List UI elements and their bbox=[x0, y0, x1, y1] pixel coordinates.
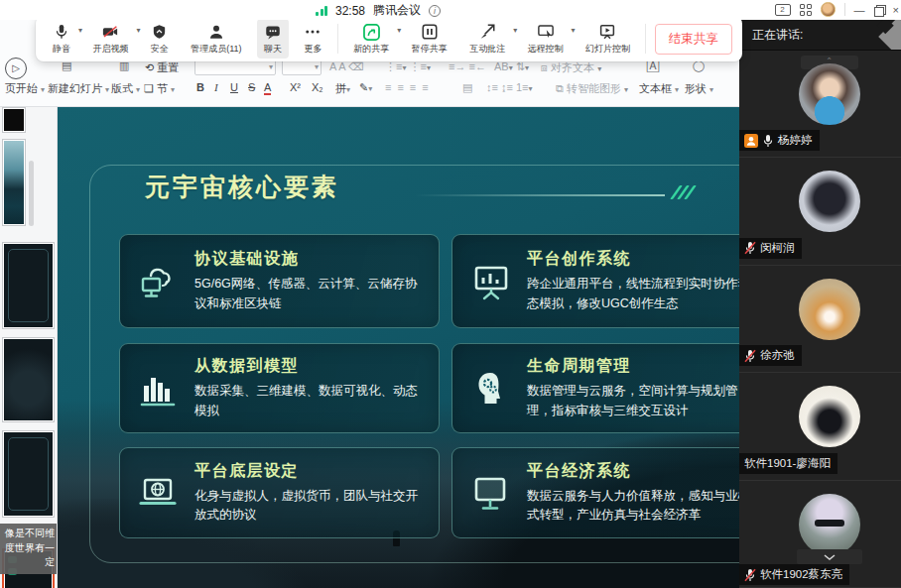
font-size-combo[interactable] bbox=[282, 59, 322, 75]
text-direction-icon[interactable]: AB▾ ⇅▾ bbox=[494, 60, 529, 73]
close-button[interactable]: × bbox=[893, 3, 899, 17]
card-platform-settings: 平台底层设定 化身与虚拟人，虚拟货币，团队与社交开放式的协议 bbox=[119, 447, 440, 538]
bullet-list-icons[interactable]: ⋮≡▾ ⋮≡▾ bbox=[385, 60, 431, 73]
card-body: 5G/6G网络、传感器、云计算、云储存协议和标准区块链 bbox=[194, 275, 423, 313]
participant-tile[interactable]: ⌃ 杨婷婷 bbox=[739, 51, 901, 158]
slide-thumbnail[interactable] bbox=[2, 139, 26, 226]
info-icon[interactable]: i bbox=[429, 5, 441, 17]
microphone-icon bbox=[53, 22, 70, 42]
underline-button[interactable]: U bbox=[230, 81, 238, 93]
corner-ribbon-icon bbox=[878, 20, 901, 51]
meeting-status-bar: 32:58 腾讯会议 i bbox=[316, 2, 441, 19]
font-name-combo[interactable] bbox=[194, 59, 276, 75]
avatar bbox=[799, 63, 860, 125]
participant-tile[interactable]: 闵柯润 bbox=[739, 158, 901, 265]
app-window: 32:58 腾讯会议 i 2 — × ▷ 页开始 ▾ ▤ 新建幻灯片 ▾ ▥ 版… bbox=[0, 0, 901, 588]
textbox-button[interactable]: 文本框 ▾ bbox=[639, 81, 679, 96]
remote-control-icon bbox=[536, 22, 556, 42]
smart-graphic-button[interactable]: ⧉ 转智能图形 ▾ bbox=[556, 81, 628, 96]
minimize-button[interactable]: — bbox=[854, 3, 865, 17]
window-controls: 2 — × bbox=[775, 2, 901, 17]
participant-name: 软件1901-廖海阳 bbox=[744, 456, 831, 471]
mute-button[interactable]: 静音 ▾ bbox=[46, 19, 77, 59]
card-title: 平台底层设定 bbox=[194, 461, 423, 482]
card-title: 从数据到模型 bbox=[194, 356, 423, 377]
participant-tile[interactable]: 徐亦弛 bbox=[739, 266, 901, 373]
slide-thumbnail[interactable] bbox=[2, 337, 55, 422]
slide-control-button[interactable]: 幻灯片控制 bbox=[579, 19, 637, 59]
speaking-header: 正在讲话: bbox=[739, 20, 901, 51]
new-slide-button[interactable]: 新建幻灯片 ▾ bbox=[48, 81, 109, 96]
chevron-down-icon[interactable]: ▾ bbox=[397, 26, 401, 35]
slide-thumbnail[interactable] bbox=[2, 107, 26, 133]
chevron-down-icon bbox=[824, 554, 836, 560]
scroll-down-chevron[interactable] bbox=[797, 549, 862, 564]
font-color-button[interactable]: A bbox=[264, 81, 271, 95]
italic-button[interactable]: I bbox=[214, 81, 218, 93]
shield-icon bbox=[151, 22, 168, 42]
chevron-down-icon[interactable]: ▾ bbox=[136, 26, 140, 35]
chat-button[interactable]: 聊天 bbox=[257, 19, 289, 59]
user-avatar[interactable] bbox=[821, 2, 836, 17]
participant-tiles: ⌃ 杨婷婷 闵柯润 徐亦弛 bbox=[739, 51, 901, 588]
participant-tile[interactable]: 软件1901-廖海阳 bbox=[739, 373, 901, 480]
align-left-center-right-icons[interactable]: ≡≡≡≡ bbox=[385, 81, 435, 93]
reset-button[interactable]: ⟲ 重置 bbox=[145, 60, 179, 75]
participant-tile[interactable]: 软件1902蔡东亮 bbox=[739, 481, 901, 588]
slide-canvas[interactable]: 元宇宙核心要素 协议基础设施 5G/6G网络、传感器、云计算、云储存协议和标准区… bbox=[58, 107, 739, 588]
align-text-button[interactable]: ⧈ 对齐文本 ▾ bbox=[541, 60, 601, 75]
participant-name: 软件1902蔡东亮 bbox=[760, 567, 842, 582]
start-video-button[interactable]: 开启视频 ▾ bbox=[85, 19, 135, 59]
card-title: 协议基础设施 bbox=[194, 249, 423, 270]
restore-button[interactable] bbox=[874, 5, 884, 15]
card-data-to-model: 从数据到模型 数据采集、三维建模、数据可视化、动态模拟 bbox=[119, 343, 440, 433]
line-spacing-icons[interactable]: ↕≡ ↨≡ 1≡▾ bbox=[486, 81, 533, 93]
play-from-page-icon[interactable]: ▷ bbox=[5, 58, 27, 79]
chat-icon bbox=[264, 22, 282, 42]
participant-name-tag: 软件1902蔡东亮 bbox=[739, 564, 849, 585]
notes-tooltip: 像是不同维 度世界有一定 bbox=[0, 524, 57, 574]
remote-control-button[interactable]: 远程控制 ▾ bbox=[521, 19, 571, 59]
avatar bbox=[799, 279, 860, 340]
strikethrough-button[interactable]: S bbox=[248, 81, 255, 93]
app-title: 腾讯会议 bbox=[373, 2, 421, 19]
chevron-down-icon[interactable]: ▾ bbox=[78, 26, 82, 35]
participant-name: 徐亦弛 bbox=[760, 348, 795, 363]
justify-icon[interactable]: ▤ bbox=[462, 81, 472, 94]
manage-members-button[interactable]: 管理成员(11) bbox=[184, 19, 248, 59]
new-share-button[interactable]: 新的共享 ▾ bbox=[346, 19, 396, 59]
monitor-icon bbox=[468, 470, 514, 516]
participant-name-tag: 徐亦弛 bbox=[739, 345, 802, 366]
divider bbox=[645, 24, 646, 54]
camera-off-icon bbox=[100, 22, 120, 42]
more-button[interactable]: 更多 bbox=[297, 19, 328, 59]
shape-button[interactable]: 形状 ▾ bbox=[685, 81, 713, 96]
play-from-page-button[interactable]: 页开始 ▾ bbox=[0, 81, 50, 96]
superscript-button[interactable]: X² bbox=[290, 81, 301, 93]
chevron-down-icon[interactable]: ▾ bbox=[513, 26, 517, 35]
section-button[interactable]: ❏ 节 ▾ bbox=[144, 81, 175, 96]
subscript-button[interactable]: X₂ bbox=[312, 81, 323, 93]
participant-name: 闵柯润 bbox=[760, 241, 795, 256]
font-grow-shrink-icons[interactable]: A A ⌫ bbox=[329, 60, 364, 73]
thumbnail-scrollbar[interactable] bbox=[29, 161, 34, 226]
card-body: 化身与虚拟人，虚拟货币，团队与社交开放式的协议 bbox=[194, 487, 423, 526]
network-signal-icon bbox=[316, 5, 327, 16]
pause-share-button[interactable]: 暂停共享 bbox=[405, 19, 454, 59]
layout-switch-icon[interactable]: 2 bbox=[775, 4, 791, 16]
bold-button[interactable]: B bbox=[196, 81, 204, 93]
chevron-down-icon[interactable]: ▾ bbox=[572, 26, 576, 35]
indent-icons[interactable]: ≡→ ≡← bbox=[449, 60, 486, 72]
grid-view-icon[interactable] bbox=[800, 4, 812, 16]
highlight-button[interactable]: ✎▾ bbox=[359, 81, 372, 94]
layout-button[interactable]: 版式 ▾ bbox=[111, 81, 140, 96]
card-protocol-infrastructure: 协议基础设施 5G/6G网络、传感器、云计算、云储存协议和标准区块链 bbox=[119, 234, 440, 328]
pinyin-button[interactable]: 拼▾ bbox=[335, 81, 350, 96]
security-button[interactable]: 安全 bbox=[144, 19, 176, 59]
annotation-button[interactable]: 互动批注 ▾ bbox=[462, 19, 512, 59]
end-share-button[interactable]: 结束共享 bbox=[655, 24, 732, 55]
slide-thumbnail[interactable] bbox=[2, 430, 55, 518]
mic-on-icon bbox=[762, 134, 774, 148]
slide-thumbnail[interactable] bbox=[2, 242, 55, 329]
pause-share-icon bbox=[421, 22, 439, 42]
